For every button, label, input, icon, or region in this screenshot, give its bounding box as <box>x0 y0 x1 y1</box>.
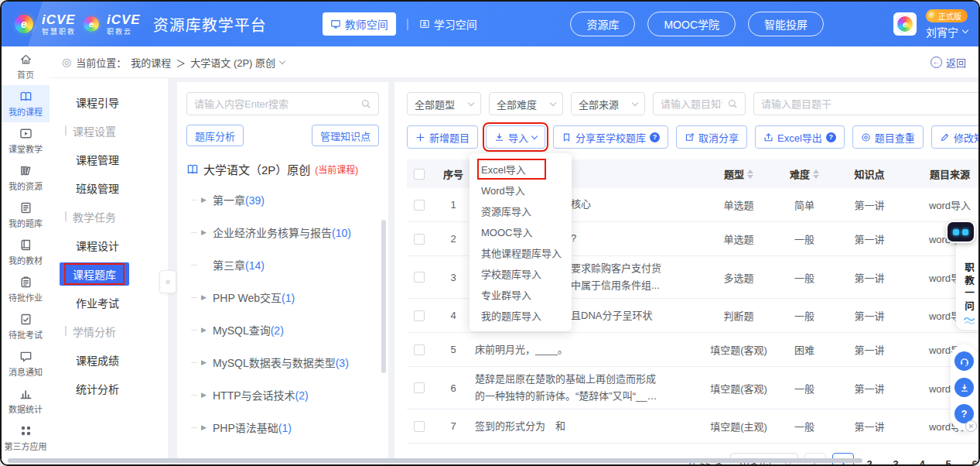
sidebar-item-courses[interactable]: 我的课程 <box>2 85 50 122</box>
sidebar-item-classroom[interactable]: 课堂教学 <box>2 122 50 159</box>
row-checkbox[interactable] <box>414 421 425 432</box>
sidebar-item-qbank[interactable]: 我的题库 <box>2 197 50 234</box>
expand-caret-icon[interactable]: ▶ <box>201 326 209 334</box>
page-number-5[interactable]: 5 <box>937 453 959 466</box>
tree-node[interactable]: ▶第三章(14) <box>186 248 379 281</box>
search-icon[interactable] <box>727 98 738 109</box>
search-icon[interactable] <box>360 98 371 109</box>
tree-node[interactable]: ▶HTTP与会话技术(2) <box>186 379 379 411</box>
import-menu-item[interactable]: 其他课程题库导入 <box>470 242 572 263</box>
edit-button[interactable]: 修改知识点 <box>931 125 980 149</box>
sidebar-item-apps[interactable]: 第三方应用 <box>2 420 50 457</box>
row-checkbox[interactable] <box>414 234 425 245</box>
row-checkbox[interactable] <box>414 344 425 355</box>
menu-item-课程引导[interactable]: 课程引导 <box>50 87 168 116</box>
page-number-6[interactable]: 6 <box>964 453 980 466</box>
expand-caret-icon[interactable]: ▶ <box>201 423 209 431</box>
bank-analysis-button[interactable]: 题库分析 <box>186 125 244 146</box>
sidebar-item-homework[interactable]: 待批作业 <box>2 271 50 308</box>
expand-caret-icon[interactable]: ▶ <box>201 358 209 366</box>
manage-knowledge-button[interactable]: 管理知识点 <box>312 125 379 146</box>
help-icon[interactable]: ? <box>826 132 836 142</box>
import-menu-item[interactable]: 专业群导入 <box>470 284 572 305</box>
row-checkbox[interactable] <box>414 272 425 283</box>
row-checkbox[interactable] <box>414 382 425 393</box>
help-icon[interactable]: ? <box>650 132 660 142</box>
export-button[interactable]: Excel导出? <box>755 125 845 149</box>
import-menu-item[interactable]: Excel导入 <box>470 159 572 180</box>
ai-assistant-tab[interactable]: 职教一问 <box>956 238 980 330</box>
table-row[interactable]: 7签到的形式分为 和填空题(主观)一般第一讲word导入 <box>407 409 980 444</box>
tab-learning-space[interactable]: 学习空间 <box>419 16 477 32</box>
unshare-button[interactable]: 取消分享 <box>676 125 747 149</box>
tree-node[interactable]: ▶MySQL查询(2) <box>186 314 379 346</box>
import-menu-item[interactable]: 我的题库导入 <box>470 305 572 326</box>
dupcheck-button[interactable]: 题目查重 <box>852 125 924 149</box>
table-row[interactable]: 5床前明月光，____。填空题(客观)困难第一讲word导入 <box>407 333 980 367</box>
breadcrumb-parent[interactable]: 我的课程 <box>131 55 171 70</box>
horizontal-scrollbar[interactable] <box>8 458 862 463</box>
menu-item-班级管理[interactable]: 班级管理 <box>50 173 168 202</box>
tree-search-input[interactable] <box>194 98 356 110</box>
sidebar-item-exam[interactable]: 待批考试 <box>2 308 50 345</box>
stem-search-input[interactable] <box>761 98 980 110</box>
share-button[interactable]: 分享至学校题库? <box>553 125 668 149</box>
menu-item-课程题库[interactable]: 课程题库 <box>60 262 129 286</box>
sidebar-item-home[interactable]: 首页 <box>2 48 50 85</box>
table-row[interactable]: 6楚辞是屈原在楚歌的基础上再创造而形成的一种独特的新诗体。“楚辞体”又叫“__…… <box>407 367 980 409</box>
expand-caret-icon[interactable]: ▶ <box>201 293 209 301</box>
customer-service-button[interactable] <box>954 351 974 371</box>
smart-cast-button[interactable]: 智能投屏 <box>748 12 824 36</box>
sidebar-item-textbook[interactable]: 我的教材 <box>2 234 50 271</box>
user-menu[interactable]: 正式版 刘宵宁 <box>926 9 968 39</box>
download-button[interactable] <box>954 378 974 397</box>
tree-node[interactable]: ▶PHP语法基础(1) <box>186 411 379 444</box>
menu-item-课程成绩[interactable]: 课程成绩 <box>50 345 168 374</box>
import-menu-item[interactable]: 资源库导入 <box>470 200 572 221</box>
filter-select-2[interactable]: 全部来源 <box>571 92 645 115</box>
knowledge-search-input[interactable] <box>661 98 722 110</box>
tab-teacher-space[interactable]: 教师空间 <box>323 12 396 36</box>
filter-select-1[interactable]: 全部难度 <box>489 92 563 115</box>
filter-select-0[interactable]: 全部题型 <box>407 92 481 115</box>
page-number-3[interactable]: 3 <box>885 453 907 466</box>
menu-item-课程管理[interactable]: 课程管理 <box>50 145 168 173</box>
tree-node[interactable]: ▶MySQL数据表与数据类型(3) <box>186 346 379 379</box>
back-button[interactable]: ← 返回 <box>930 55 966 70</box>
resource-lib-button[interactable]: 资源库 <box>570 12 635 36</box>
course-tree-root[interactable]: 大学语文（2P）原创 (当前课程) <box>186 161 379 177</box>
column-header[interactable]: 题型 <box>702 166 775 181</box>
row-checkbox[interactable] <box>414 200 425 211</box>
row-checkbox[interactable] <box>414 310 425 321</box>
sidebar-item-stats[interactable]: 数据统计 <box>2 382 50 420</box>
import-menu-item[interactable]: 学校题库导入 <box>470 263 572 284</box>
import-menu-item[interactable]: MOOC导入 <box>470 221 572 242</box>
close-widget-button[interactable]: ✕ <box>965 420 977 432</box>
column-header[interactable]: 难度 <box>775 166 834 181</box>
tree-node[interactable]: ▶第一章(39) <box>186 183 379 216</box>
select-all-checkbox[interactable] <box>414 169 425 180</box>
tree-scrollbar[interactable] <box>381 220 386 373</box>
import-menu-item[interactable]: Word导入 <box>470 180 572 200</box>
tree-node[interactable]: ▶企业经济业务核算与报告(10) <box>186 216 379 248</box>
menu-item-课程设计[interactable]: 课程设计 <box>50 231 168 259</box>
plus-button[interactable]: 新增题目 <box>407 125 478 149</box>
expand-caret-icon[interactable]: ▶ <box>201 228 209 236</box>
expand-caret-icon[interactable]: ▶ <box>201 196 209 204</box>
sort-icon[interactable] <box>813 170 819 179</box>
mooc-college-button[interactable]: MOOC学院 <box>647 12 736 36</box>
sidebar-item-message[interactable]: 消息通知 <box>2 345 50 382</box>
import-button[interactable]: 导入 <box>486 125 545 149</box>
tree-node[interactable]: ▶PHP Web交互(1) <box>186 281 379 314</box>
sort-icon[interactable] <box>747 170 753 179</box>
menu-item-统计分析[interactable]: 统计分析 <box>50 374 168 403</box>
chevron-down-icon[interactable] <box>279 57 285 63</box>
ai-robot-icon[interactable] <box>946 221 975 243</box>
breadcrumb-current[interactable]: 大学语文 (2P) 原创 <box>190 55 275 70</box>
sidebar-item-resources[interactable]: 我的资源 <box>2 159 50 197</box>
expand-caret-icon[interactable]: ▶ <box>201 391 209 399</box>
mini-app-icon[interactable]: e <box>893 12 917 36</box>
collapse-sidebar-button[interactable]: « <box>159 270 176 293</box>
menu-item-作业考试[interactable]: 作业考试 <box>50 288 168 317</box>
page-number-4[interactable]: 4 <box>911 453 933 466</box>
